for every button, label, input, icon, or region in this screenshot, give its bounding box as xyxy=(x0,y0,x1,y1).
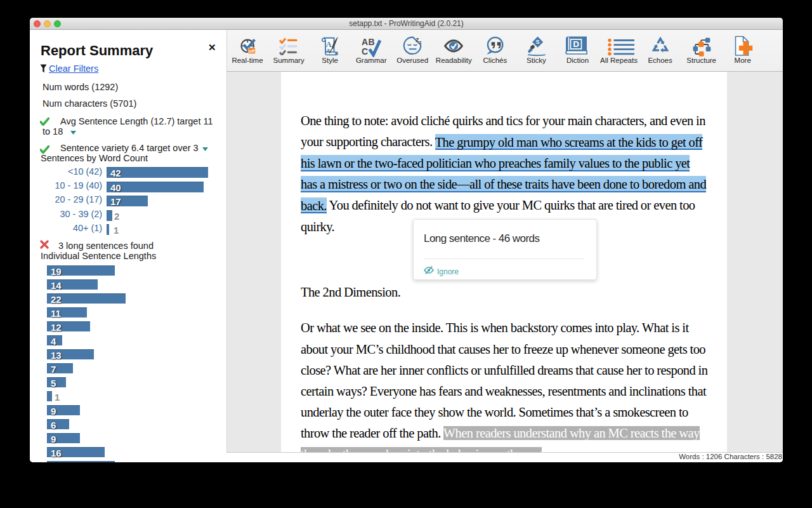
svg-text:z: z xyxy=(419,39,422,45)
svg-text:off: off xyxy=(249,49,255,53)
svg-text:S: S xyxy=(536,39,540,45)
svg-text:D: D xyxy=(573,39,579,49)
svg-text:C: C xyxy=(362,46,368,57)
